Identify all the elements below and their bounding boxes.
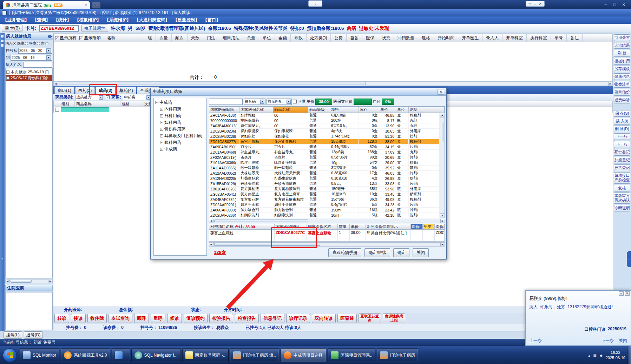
order-column-header[interactable]: 频次 [172, 34, 188, 42]
tray-expand-icon[interactable]: ▴ [589, 353, 590, 357]
minimize-button[interactable]: ─ [604, 2, 607, 7]
stock-link[interactable]: 128盒 [214, 249, 226, 256]
sidebar-button[interactable]: 诊治结果 [614, 42, 630, 49]
chevron-down-icon[interactable]: ▼ [260, 100, 264, 104]
strip-icon[interactable] [1, 40, 4, 42]
sidebar-button[interactable]: 插 入(I) [614, 118, 630, 124]
action-button[interactable]: 食源性疾病上报 [383, 314, 405, 323]
scroll-right-icon[interactable]: ▶ [440, 243, 445, 246]
strip-icon[interactable] [1, 35, 4, 38]
dialog-button[interactable]: 查看药物手册 [328, 248, 361, 257]
dialog-button[interactable]: 确定 [393, 248, 409, 257]
expand-icon[interactable]: + [6, 76, 9, 80]
pharmacy-checkbox[interactable]: ✓ [106, 95, 110, 99]
drug-row[interactable]: ZA12HAD0228( 灯盏生脉胶 灯盏生脉胶囊 普通 0.18克/18 4盒… [209, 176, 440, 181]
action-button[interactable]: 转诊 [54, 314, 69, 323]
drug-column-header[interactable]: 规格 [330, 107, 359, 113]
drug-search-input[interactable] [209, 99, 243, 105]
order-column-header[interactable]: 开始时间 [434, 34, 458, 42]
inpatient-orders-header[interactable]: 住院医嘱 [5, 285, 53, 291]
rx-selected-cell[interactable] [61, 107, 109, 112]
drug-column-header[interactable]: 库存 [359, 107, 379, 113]
order-column-header[interactable]: 冲销数量 [394, 34, 418, 42]
sidebar-button[interactable]: 下一行 [614, 141, 630, 148]
order-column-header[interactable]: 单号 [551, 34, 567, 42]
action-button[interactable]: 医暨通 [337, 314, 357, 323]
order-column-header[interactable]: 剂数 [291, 34, 307, 42]
order-column-header[interactable]: 备注 [567, 34, 583, 42]
sidebar-button[interactable]: 保 存(S) [614, 110, 630, 117]
drug-row[interactable]: ZD02BAB0236( 保妇康凝胶 保妇康凝胶 普通 4g*3支 0盒 18.… [209, 129, 440, 134]
tab-close-icon[interactable]: × [85, 3, 87, 8]
mdi-minimize-button[interactable]: ─ [528, 2, 531, 6]
filter-radio[interactable]: 科室 [29, 41, 40, 46]
chevron-down-icon[interactable]: ▼ [99, 95, 103, 100]
scroll-right-icon[interactable]: ▶ [608, 82, 612, 86]
taskbar-item[interactable]: 门诊电子病历 [377, 348, 418, 362]
tree-hscrollbar[interactable]: ◀ ▶ [5, 279, 53, 283]
drug-row[interactable]: ZH01AAF0136( 肤痒颗粒 00 普通 6克/18袋 0盒 46.85 … [209, 113, 440, 118]
visit-tree-item[interactable]: + 25-05-27 骨伤科门诊 [6, 75, 52, 81]
pharmacy-select[interactable]: 中药房▼ [123, 95, 152, 100]
toast-close-link[interactable]: 关闭 [619, 338, 627, 344]
action-button[interactable]: 收住院 [87, 314, 107, 323]
menu-item[interactable]: 【业务管理】 [1, 17, 31, 23]
expand-icon[interactable]: + [6, 70, 9, 74]
action-button[interactable]: 信息登记 [261, 314, 284, 323]
filter-radio[interactable]: 留 [41, 41, 48, 46]
order-column-header[interactable]: 录入人 [482, 34, 502, 42]
scroll-down-icon[interactable]: ▼ [440, 213, 445, 218]
taskbar-item[interactable]: SQL Monitor [20, 348, 59, 362]
drug-row[interactable]: ZA15BAD0129( 丹珍头痛胶 丹珍头痛胶囊 普通 0.5克, 13盒 3… [209, 181, 440, 187]
order-column-header[interactable]: 天数 [188, 34, 203, 42]
order-column-header[interactable]: 次量 [156, 34, 172, 42]
sidebar-button[interactable]: 模板引用 [614, 58, 630, 65]
compare-grid-row[interactable]: 葆宫止血颗粒 ZD01CAB0277C 葆宫止血颗粒 1 38.00 甲类自付比… [209, 230, 445, 242]
drug-column-header[interactable]: 国家医保名称 [239, 107, 273, 113]
dialog-button[interactable]: 确定/继续 [364, 248, 390, 257]
order-column-header[interactable]: 单位 [259, 34, 275, 42]
action-button[interactable]: 检查报告 [235, 314, 259, 323]
drug-row[interactable]: ZD01AAB0460( 补血益母丸, 补血益母丸, 普通 12g/6袋 138… [209, 150, 440, 155]
drug-column-header[interactable]: 剂型 [409, 107, 445, 113]
order-column-header[interactable]: 开单科室 [502, 34, 527, 42]
new-tab-button[interactable]: + [92, 2, 100, 8]
drug-row[interactable]: ZD01CAB0277( 葆宫止血颗 葆宫止血颗粒 普通 15克/8袋 128盒… [209, 139, 440, 144]
scroll-right-icon[interactable]: ▶ [48, 279, 52, 283]
toast-minimize-icon[interactable]: ─ [619, 291, 624, 296]
drug-row[interactable]: ZA04BAF0734( 复方银花解 复方银花解毒颗粒 普通 15g*6袋 86… [209, 197, 440, 202]
sidebar-button[interactable]: 项目估价 [614, 89, 630, 95]
close-button[interactable]: ✕ [622, 2, 625, 7]
menu-item[interactable]: 【查询】 [31, 17, 52, 23]
sidebar-button[interactable]: 妇幼接口产前检查 [614, 172, 630, 183]
search-mode-select[interactable]: 拼音码▼ [244, 99, 265, 105]
order-column-header[interactable]: 开单医生 [458, 34, 482, 42]
scroll-left-icon[interactable]: ◀ [209, 219, 213, 223]
mdi-close-button[interactable]: ✕ [539, 2, 542, 6]
order-column-header[interactable]: 组 [144, 34, 156, 42]
sidebar-button[interactable]: 复核 [614, 185, 630, 191]
show-desktop-button[interactable] [628, 346, 631, 364]
menu-item[interactable]: 【质量控制】 [171, 17, 201, 23]
order-column-header[interactable]: 总量 [243, 34, 259, 42]
expand-icon[interactable]: + [160, 141, 163, 144]
patient-name-input[interactable] [23, 62, 52, 68]
order-column-header[interactable]: 名称 [104, 34, 144, 42]
drug-row[interactable]: ZB01BAF0826( 复方黄柏液 复方黄柏液涂剂 普通 150毫升 65瓶 … [209, 187, 440, 192]
collapse-left-icon[interactable]: « [0, 257, 5, 261]
collapse-icon[interactable]: − [155, 101, 158, 104]
menu-item[interactable]: 【模板维护】 [73, 17, 103, 23]
dialog-title-bar[interactable]: 中成药项目选择 ✕ [151, 88, 446, 96]
drug-column-header[interactable]: 药品等级 [308, 107, 330, 113]
compare-hscrollbar[interactable]: ◀ ▶ [209, 242, 445, 247]
scroll-left-icon[interactable]: ◀ [6, 279, 10, 283]
order-column-header[interactable]: 医保 [362, 34, 378, 42]
tree-child-item[interactable]: + 内科用药 [159, 106, 206, 113]
drug-row[interactable]: ZG02BAF0541( 复方南星止 复方南星止痛膏 普通 10厘米/3 10盒… [209, 192, 440, 197]
sidebar-button[interactable]: 诊断证明 [614, 205, 630, 211]
sidebar-button[interactable]: 死亡登记 [614, 149, 630, 156]
scroll-right-icon[interactable]: ▶ [440, 219, 445, 223]
action-button[interactable]: 皮试查询 [109, 314, 132, 323]
sidebar-button[interactable]: 刷 新 [614, 50, 630, 56]
action-button[interactable]: 复诊预约 [184, 314, 208, 323]
